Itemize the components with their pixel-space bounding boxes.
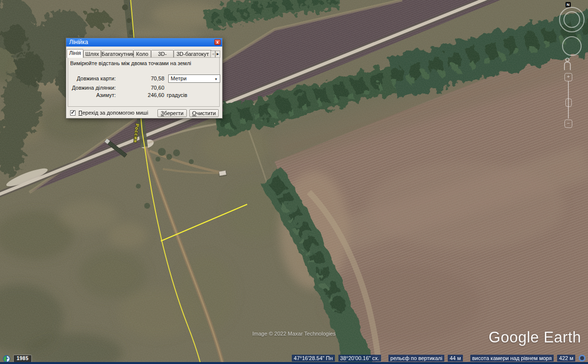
checkmark-icon: ✓ — [71, 109, 75, 116]
streaming-globe-icon — [579, 355, 586, 362]
ground-length-value: 70,60 — [127, 85, 164, 91]
ruler-dialog: Лінійка x Лінія Шлях Багатокутник Коло 3… — [66, 38, 223, 119]
zoom-slider: + − — [564, 73, 572, 128]
google-earth-logo: Google Earth — [488, 329, 581, 346]
chevron-down-icon: ▼ — [214, 75, 218, 83]
navigation-controls: N + − — [554, 0, 588, 132]
clear-button[interactable]: Очистити — [189, 109, 219, 117]
heading-label: Азимут: — [68, 92, 116, 98]
tab-path[interactable]: Шлях — [83, 50, 101, 58]
tab-line[interactable]: Лінія — [67, 49, 83, 58]
tab-3d-path[interactable]: 3D-шлях — [151, 50, 174, 58]
tab-scroll-buttons: ◀ ▶ — [210, 50, 220, 58]
dialog-title: Лінійка — [66, 38, 222, 47]
zoom-out-button[interactable]: − — [564, 120, 572, 128]
map-length-value: 70,58 — [127, 75, 164, 81]
mouse-nav-label: Перехід за допомогою миші — [78, 110, 148, 116]
imagery-year-badge[interactable]: 1985 — [13, 355, 32, 363]
mouse-nav-checkbox[interactable]: ✓ — [70, 110, 76, 116]
units-dropdown[interactable]: Метри ▼ — [168, 74, 220, 83]
tab-scroll-right-icon[interactable]: ▶ — [215, 50, 220, 58]
tab-3d-polygon[interactable]: 3D-багатокут — [174, 50, 211, 58]
status-terrain-value: 44 м — [448, 355, 463, 362]
dialog-titlebar[interactable]: Лінійка x — [66, 38, 222, 47]
status-bar-strip — [0, 362, 588, 364]
zoom-in-button[interactable]: + — [564, 73, 572, 81]
units-selected: Метри — [171, 75, 186, 81]
status-latitude: 47°16'28.54" Пн — [292, 355, 334, 362]
historical-imagery: 1985 — [3, 355, 32, 363]
heading-unit: градусів — [167, 92, 187, 98]
zoom-handle[interactable] — [565, 98, 572, 107]
map-length-label: Довжина карти: — [68, 75, 116, 81]
status-camera-label: висота камери над рівнем моря — [470, 355, 554, 362]
ruler-tabs: Лінія Шлях Багатокутник Коло 3D-шлях 3D-… — [67, 49, 211, 58]
save-button[interactable]: Зберегти — [157, 109, 187, 117]
heading-value: 246,60 — [127, 92, 164, 98]
pegman-icon[interactable] — [562, 57, 572, 71]
tab-scroll-left-icon[interactable]: ◀ — [210, 50, 215, 58]
ground-length-label: Довжина ділянки: — [68, 85, 116, 91]
move-joystick-icon[interactable] — [562, 36, 582, 56]
imagery-copyright: Image © 2022 Maxar Technologies — [253, 331, 336, 337]
status-camera-value: 422 м — [557, 355, 575, 362]
status-longitude: 38°20'00.16" сх. — [338, 355, 382, 362]
status-bar: 47°16'28.54" Пн 38°20'00.16" сх. рельєф … — [292, 355, 586, 362]
ruler-tab-pane: Вимірюйте відстань між двома точками на … — [68, 57, 220, 107]
tab-polygon[interactable]: Багатокутник — [101, 50, 133, 58]
look-ring-inner-icon[interactable] — [563, 11, 580, 28]
ruler-description: Вимірюйте відстань між двома точками на … — [70, 60, 191, 66]
google-earth-window: Россия N + − 1985 — [0, 0, 588, 364]
status-terrain-label: рельєф по вертикалі — [388, 355, 444, 362]
history-clock-icon[interactable] — [3, 355, 10, 363]
tab-circle[interactable]: Коло — [133, 50, 151, 58]
close-icon[interactable]: x — [214, 39, 221, 45]
